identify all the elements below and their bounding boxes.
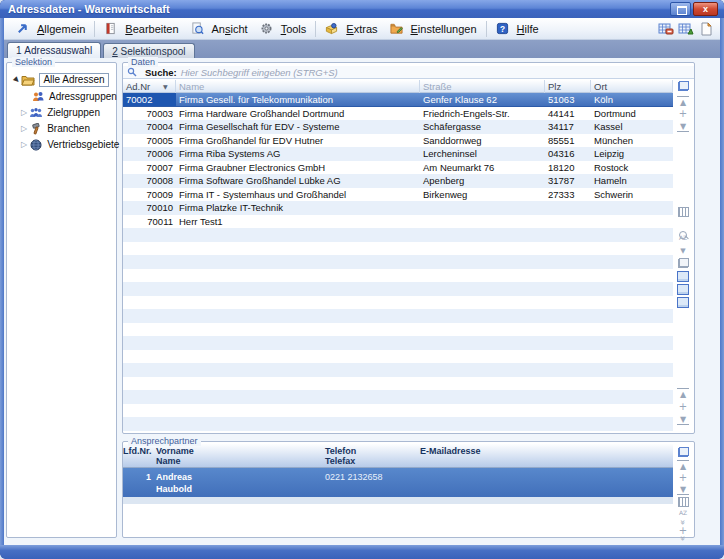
tree-item-label[interactable]: Adressgruppen (49, 91, 117, 102)
collapsed-arrow-icon[interactable]: ▷ (21, 108, 27, 117)
column-header-plz[interactable]: Plz (545, 80, 591, 93)
copy-window-icon[interactable] (677, 447, 689, 458)
cell-strasse[interactable] (420, 215, 545, 229)
add-row-icon[interactable]: + (677, 108, 689, 119)
cell-plz[interactable]: 18120 (545, 161, 591, 175)
cell-adnr[interactable]: 70007 (123, 161, 176, 175)
scroll-top-icon[interactable]: ▲ (677, 460, 689, 471)
cell-name[interactable]: Firma Platzke IT-Technik (176, 201, 420, 215)
cell-ort[interactable]: Hameln (591, 174, 673, 188)
collapsed-arrow-icon[interactable]: ▷ (21, 140, 27, 149)
cell-name[interactable]: Firma Gesellschaft für EDV - Systeme (176, 120, 420, 134)
list-view-icon[interactable] (677, 284, 689, 295)
page-up-icon[interactable]: ▲ (677, 388, 689, 399)
column-header-adnr[interactable]: Ad.Nr▼ (123, 80, 176, 93)
column-header-emailadresse[interactable]: E-Mailadresse (420, 444, 481, 467)
menu-bearbeiten[interactable]: Bearbeiten (98, 20, 184, 37)
scroll-top-icon[interactable]: ▲ (677, 96, 689, 107)
cell-name[interactable]: Firma Graubner Electronics GmbH (176, 161, 420, 175)
menu-extras[interactable]: Extras (319, 20, 383, 37)
cell-name[interactable]: Herr Test1 (176, 215, 420, 229)
tree-item-vertriebsgebiete[interactable]: ▷ Vertriebsgebiete (21, 137, 119, 152)
menu-hilfe[interactable]: ? Hilfe (490, 20, 545, 37)
list-view-icon[interactable] (677, 297, 689, 308)
cell-strasse[interactable]: Birkenweg (420, 188, 545, 202)
column-header-telefon-telefax[interactable]: TelefonTelefax (325, 444, 356, 467)
table-row[interactable]: 70007 Firma Graubner Electronics GmbH Am… (123, 161, 673, 175)
cell-name[interactable]: Firma Gesell. für Telekommunikation (176, 93, 420, 106)
cell-adnr[interactable]: 70002 (123, 93, 176, 106)
grid-view-icon[interactable] (677, 206, 689, 217)
tab-selektionspool[interactable]: 2 Selektionspool (103, 43, 194, 58)
table-row[interactable]: 70010 Firma Platzke IT-Technik (123, 201, 673, 215)
cell-ort[interactable]: Leipzig (591, 147, 673, 161)
cell-adnr[interactable]: 70008 (123, 174, 176, 188)
column-header-strasse[interactable]: Straße (420, 80, 545, 93)
cell-strasse[interactable]: Lercheninsel (420, 147, 545, 161)
cell-strasse[interactable]: Apenberg (420, 174, 545, 188)
cell-plz[interactable]: 51063 (545, 93, 591, 106)
table-remove-icon[interactable] (657, 20, 674, 37)
table-row[interactable]: 70006 Firma Riba Systems AG Lercheninsel… (123, 147, 673, 161)
cell-ort[interactable]: Rostock (591, 161, 673, 175)
cell-ort[interactable] (591, 201, 673, 215)
column-header-lfdnr[interactable]: Lfd.Nr. (123, 444, 151, 467)
scroll-bottom-icon[interactable]: ▼ (677, 121, 689, 132)
contact-row-selected[interactable]: 1 Andreas Haubold 0221 2132658 (123, 468, 673, 497)
new-document-icon[interactable] (697, 20, 714, 37)
cell-name[interactable]: Firma Hardware Großhandel Dortmund (176, 107, 420, 121)
add-contact-icon[interactable]: + (677, 472, 689, 483)
cell-adnr[interactable]: 70006 (123, 147, 176, 161)
menu-einstellungen[interactable]: Einstellungen (384, 20, 483, 37)
cell-strasse[interactable]: Am Neumarkt 76 (420, 161, 545, 175)
cell-ort[interactable]: Kassel (591, 120, 673, 134)
table-row-selected[interactable]: 70002 Firma Gesell. für Telekommunikatio… (123, 93, 673, 107)
expanded-arrow-icon[interactable]: ▶ (12, 75, 21, 84)
cell-strasse[interactable]: Sanddornweg (420, 134, 545, 148)
cell-ort[interactable]: Dortmund (591, 107, 673, 121)
scroll-bottom-icon[interactable]: ▼ (677, 484, 689, 495)
cell-adnr[interactable]: 70009 (123, 188, 176, 202)
cell-plz[interactable] (545, 215, 591, 229)
filter-icon[interactable]: ▼ (677, 245, 689, 256)
close-button[interactable]: x (693, 2, 718, 16)
tree-item-zielgruppen[interactable]: ▷ Zielgruppen (21, 105, 100, 120)
tree-item-label[interactable]: Alle Adressen (39, 73, 108, 87)
cell-ort[interactable]: Köln (591, 93, 673, 106)
column-header-vorname-name[interactable]: VornameName (156, 444, 194, 467)
cell-plz[interactable]: 34117 (545, 120, 591, 134)
table-row[interactable]: 70009 Firma IT - Systemhaus und Großhand… (123, 188, 673, 202)
cell-plz[interactable]: 85551 (545, 134, 591, 148)
cell-plz[interactable]: 31787 (545, 174, 591, 188)
cell-ort[interactable]: München (591, 134, 673, 148)
column-header-name[interactable]: Name (176, 80, 420, 93)
list-view-icon[interactable] (677, 271, 689, 282)
cell-adnr[interactable]: 70005 (123, 134, 176, 148)
cell-name[interactable]: Firma IT - Systemhaus und Großhandel (176, 188, 420, 202)
menu-tools[interactable]: Tools (254, 20, 313, 37)
menu-allgemein[interactable]: Allgemein (10, 20, 91, 37)
cell-plz[interactable] (545, 201, 591, 215)
search-placeholder[interactable]: Hier Suchbegriff eingeben (STRG+S) (181, 67, 338, 78)
table-row[interactable]: 70011 Herr Test1 (123, 215, 673, 229)
cell-name[interactable]: Firma Software Großhandel Lübke AG (176, 174, 420, 188)
maximize-button[interactable] (670, 2, 691, 16)
table-row[interactable]: 70005 Firma Großhandel für EDV Hutner Sa… (123, 134, 673, 148)
tree-item-label[interactable]: Zielgruppen (47, 107, 100, 118)
tab-adressauswahl[interactable]: 1 Adressauswahl (7, 42, 101, 58)
add-icon[interactable]: + (677, 401, 689, 412)
cell-name[interactable]: Firma Riba Systems AG (176, 147, 420, 161)
table-add-icon[interactable] (677, 20, 694, 37)
cell-plz[interactable]: 44141 (545, 107, 591, 121)
cell-ort[interactable]: Schwerin (591, 188, 673, 202)
sort-az-icon[interactable]: AZ (677, 232, 689, 243)
tree-item-label[interactable]: Vertriebsgebiete (47, 139, 119, 150)
cell-strasse[interactable]: Friedrich-Engels-Str. (420, 107, 545, 121)
copy-window-icon[interactable] (677, 81, 689, 92)
cell-ort[interactable] (591, 215, 673, 229)
cell-adnr[interactable]: 70003 (123, 107, 176, 121)
tree-item-label[interactable]: Branchen (47, 123, 90, 134)
page-down-icon[interactable]: ▼ (677, 414, 689, 425)
table-row[interactable]: 70003 Firma Hardware Großhandel Dortmund… (123, 107, 673, 121)
tree-item-branchen[interactable]: ▷ Branchen (21, 121, 90, 136)
